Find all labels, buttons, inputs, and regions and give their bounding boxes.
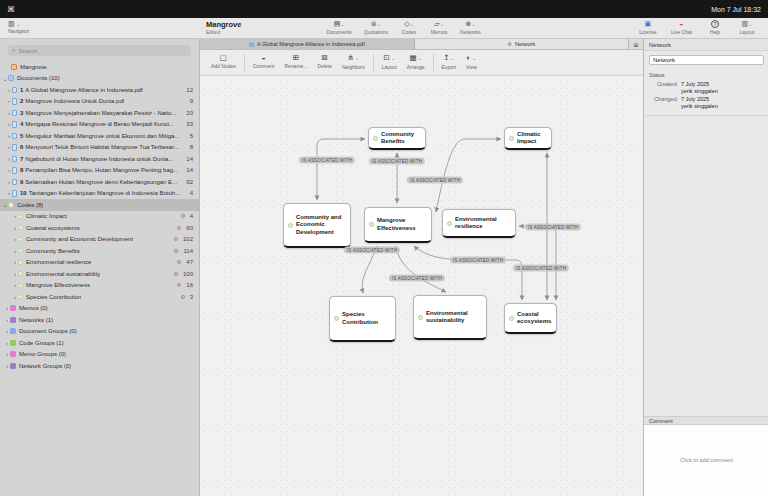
network-node-mangrove-effectiveness[interactable]: Mangrove Effectiveness	[364, 207, 432, 243]
chevron-down-icon: ⌄	[377, 21, 381, 27]
network-canvas[interactable]: ▢ Add Nodes ◒ Comment ⊞ Rename... ⊠ Dele…	[200, 50, 643, 496]
network-edge-mangrove-effectiveness--coastal-ecosystems[interactable]	[414, 246, 522, 300]
toolbar-button[interactable]: ▤⌄ Documents	[323, 18, 356, 35]
document-row[interactable]: › 10 Tantangan Keberlanjutan Mangrove di…	[0, 188, 199, 200]
network-node-climatic-impact[interactable]: Climatic Impact	[504, 127, 552, 150]
document-tab[interactable]: ⊛ Network	[415, 39, 630, 49]
toolbar-button[interactable]: ▱⌄ Memos	[426, 18, 452, 35]
network-toolbar-button-comment[interactable]: ◒ Comment	[248, 50, 280, 75]
code-label: Coastal ecosystems	[26, 225, 80, 231]
group-icon	[10, 351, 16, 357]
toolbar-button[interactable]: ▥⌄ Layout	[734, 18, 760, 35]
groundedness-icon	[177, 283, 181, 287]
code-row[interactable]: › Mangrove Effectiveness 16	[0, 280, 199, 292]
network-node-species-contribution[interactable]: Species Contribution	[329, 296, 396, 342]
document-tab[interactable]: ▤ A Global Mangrove Alliance in Indonesi…	[200, 39, 415, 49]
code-row[interactable]: › Environmental sustainability 100	[0, 268, 199, 280]
code-label: Community Benefits	[26, 248, 80, 254]
utility-buttons: ▣ License ◒ Live Chat ? Help ▥⌄ Layout	[635, 18, 768, 38]
network-node-environmental-resilience[interactable]: Environmental resilience	[442, 209, 516, 238]
group-icon	[10, 328, 16, 334]
code-row[interactable]: › Environmental resilience 47	[0, 257, 199, 269]
code-node-icon	[447, 221, 452, 226]
code-label: Environmental sustainability	[26, 271, 100, 277]
navigator-button[interactable]: ▥ ⌄ Navigator	[0, 18, 200, 38]
search-input[interactable]	[18, 48, 187, 54]
document-row[interactable]: › 2 Mangrove Indonesia Untuk Dunia.pdf 9	[0, 96, 199, 108]
network-node-community-benefits[interactable]: Community Benefits	[368, 127, 426, 150]
sidebar-search[interactable]: ⌕	[8, 45, 191, 56]
documents-section-row[interactable]: ⌄ Documents (10)	[0, 73, 199, 85]
toolbar-button[interactable]: ◇⌄ Codes	[396, 18, 422, 35]
group-section-row[interactable]: › Document Groups (0)	[0, 326, 199, 338]
document-row[interactable]: › 8 Penampilan Bisa Menipu, Hutan Mangro…	[0, 165, 199, 177]
group-label: Networks (1)	[19, 317, 53, 323]
document-row[interactable]: › 3 Mangrove Menyejahterakan Masyarakat …	[0, 107, 199, 119]
group-label: Network Groups (0)	[19, 363, 71, 369]
split-view-icon[interactable]: ⊞	[629, 39, 643, 49]
chevron-down-icon: ⌄	[440, 21, 444, 27]
project-root-row[interactable]: Mangrove	[0, 61, 199, 73]
network-edge-mangrove-effectiveness--environmental-sustainability[interactable]	[396, 246, 446, 292]
app-toolbar: ▥ ⌄ Navigator Mangrove Edited ▤⌄ Documen…	[0, 18, 768, 39]
code-row[interactable]: › Species Contribution 3	[0, 291, 199, 303]
group-section-row[interactable]: › Memos (0)	[0, 303, 199, 315]
group-section-row[interactable]: › Memo Groups (0)	[0, 349, 199, 361]
document-row[interactable]: › 1 A Global Mangrove Alliance in Indone…	[0, 84, 199, 96]
group-section-row[interactable]: › Network Groups (0)	[0, 360, 199, 372]
network-toolbar-label: Delete	[318, 63, 332, 69]
code-node-icon	[509, 316, 514, 321]
network-toolbar-button-rename[interactable]: ⊞ Rename...	[279, 50, 312, 75]
document-title: Tantangan Keberlanjutan Mangrove di Indo…	[29, 190, 180, 196]
toolbar-button[interactable]: ? Help	[702, 18, 728, 35]
network-node-environmental-sustainability[interactable]: Environmental sustainability	[413, 295, 487, 340]
project-icon	[11, 64, 17, 70]
network-toolbar-icon: ⋔	[348, 53, 354, 62]
toolbar-button-label: Quotations	[364, 29, 388, 35]
network-edge-mangrove-effectiveness--climatic-impact[interactable]	[436, 139, 501, 212]
network-toolbar-button-view[interactable]: ◐⌄ View	[461, 50, 482, 75]
inspector-panel: Network Status Created: 7 July 2025 yeri…	[643, 39, 768, 496]
group-section-row[interactable]: › Code Groups (1)	[0, 337, 199, 349]
menubar-clock[interactable]: Mon 7 Jul 18:32	[711, 6, 761, 13]
status-date: 7 July 2025	[681, 96, 718, 102]
toolbar-button[interactable]: ⊜⌄ Quotations	[360, 18, 392, 35]
toolbar-button-label: License	[639, 29, 656, 35]
toolbar-button[interactable]: ◒ Live Chat	[667, 18, 696, 35]
network-edge-community-and-economic-development--community-benefits[interactable]	[317, 139, 365, 200]
code-row[interactable]: › Climatic Impact 4	[0, 211, 199, 223]
network-toolbar-button-add-nodes[interactable]: ▢ Add Nodes	[206, 50, 241, 75]
code-row[interactable]: › Community Benefits 114	[0, 245, 199, 257]
group-section-row[interactable]: › Networks (1)	[0, 314, 199, 326]
network-name-input[interactable]	[649, 55, 764, 65]
code-row[interactable]: › Coastal ecosystems 60	[0, 222, 199, 234]
toolbar-button-label: Help	[710, 29, 720, 35]
status-author: yerik singgalen	[681, 103, 718, 109]
document-number: 1	[20, 87, 23, 93]
document-row[interactable]: › 6 Menyusuri Teluk Bintuni Habitat Mang…	[0, 142, 199, 154]
document-row[interactable]: › 7 Ngabuburit di Hutan Mangrove Indones…	[0, 153, 199, 165]
document-row[interactable]: › 5 Mengukur Manfaat Mangrove untuk Ekon…	[0, 130, 199, 142]
network-toolbar-button-arrange[interactable]: ▦⌄ Arrange	[402, 50, 430, 75]
network-toolbar-button-neighbors[interactable]: ⋔⌄ Neighbors	[337, 50, 370, 75]
status-rows: Created: 7 July 2025 yerik singgalen Cha…	[644, 81, 768, 110]
document-row[interactable]: › 9 Selamatkan Hutan Mangrove demi Keber…	[0, 176, 199, 188]
pdf-document-icon	[12, 190, 17, 197]
network-toolbar-button-delete[interactable]: ⊠ Delete	[313, 50, 337, 75]
document-row[interactable]: › 4 Mengapa Restorasi Mangrove di Berau …	[0, 119, 199, 131]
navigator-label: Navigator	[8, 28, 200, 34]
code-row[interactable]: › Community and Economic Development 102	[0, 234, 199, 246]
network-toolbar-button-layout[interactable]: ⊡⌄ Layout	[377, 50, 402, 75]
network-toolbar-button-export[interactable]: ↥⌄ Export	[437, 50, 461, 75]
comment-editor[interactable]: Click to add comment	[644, 425, 768, 496]
toolbar-separator	[244, 54, 245, 71]
network-edge-coastal-ecosystems--environmental-resilience[interactable]	[519, 226, 556, 300]
network-node-community-and-economic-development[interactable]: Community and Economic Development	[283, 203, 351, 248]
codes-section-row[interactable]: ⌄ Codes (8)	[0, 199, 199, 211]
edge-relation-label: IS ASSOCIATED WITH	[407, 177, 463, 184]
apple-menu-icon[interactable]: ⌘	[7, 5, 15, 14]
toolbar-button[interactable]: ▣ License	[635, 18, 661, 35]
toolbar-button[interactable]: ⊛⌄ Networks	[456, 18, 485, 35]
network-node-coastal-ecosystems[interactable]: Coastal ecosystems	[504, 303, 557, 334]
network-toolbar-icon: ⊡	[384, 53, 390, 62]
